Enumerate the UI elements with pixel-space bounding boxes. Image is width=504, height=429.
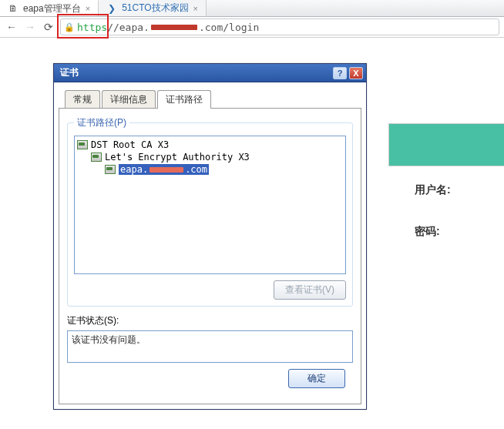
browser-tab-active[interactable]: 🗎 eapa管理平台 × (0, 0, 99, 16)
cert-tree[interactable]: DST Root CA X3 Let's Encrypt Authority X… (74, 136, 346, 274)
login-panel: 用户名: 密码: (388, 123, 504, 239)
cert-status-box: 该证书没有问题。 (67, 330, 353, 363)
dialog-title-bar[interactable]: 证书 ? X (54, 64, 366, 82)
page-icon: 🗎 (8, 3, 18, 14)
forward-button[interactable]: → (23, 20, 37, 34)
page-icon: ❯ (106, 3, 117, 14)
dialog-tab-strip: 常规 详细信息 证书路径 (65, 90, 361, 109)
tab-title: eapa管理平台 (23, 2, 81, 15)
url-prefix: //eapa. (107, 22, 150, 33)
address-bar[interactable]: 🔒 https //eapa. .com/login (60, 18, 499, 35)
redacted-host (150, 167, 183, 173)
cert-label-selected: eapa..com (119, 164, 209, 175)
password-label: 密码: (388, 197, 504, 239)
tab-details[interactable]: 详细信息 (102, 90, 156, 109)
tab-general[interactable]: 常规 (65, 90, 100, 109)
tab-title: 51CTO技术家园 (122, 2, 188, 15)
cert-status-label: 证书状态(S): (67, 314, 353, 327)
browser-tab-bar: 🗎 eapa管理平台 × ❯ 51CTO技术家园 × (0, 0, 504, 17)
username-label: 用户名: (388, 166, 504, 197)
cert-icon (77, 140, 88, 149)
certificate-dialog: 证书 ? X 常规 详细信息 证书路径 证书路径(P) DST Root CA … (53, 63, 367, 410)
cert-label: Let's Encrypt Authority X3 (105, 152, 250, 163)
cert-icon (91, 152, 102, 162)
cert-icon (105, 165, 116, 174)
close-button[interactable]: X (349, 67, 363, 79)
back-button[interactable]: ← (5, 20, 18, 34)
browser-tab[interactable]: ❯ 51CTO技术家园 × (99, 0, 207, 16)
reload-button[interactable]: ⟳ (42, 20, 55, 34)
url-scheme: https (77, 22, 107, 33)
cert-label: DST Root CA X3 (91, 139, 169, 150)
url-redacted (151, 25, 197, 30)
cert-status-text: 该证书没有问题。 (72, 334, 146, 345)
cert-node-leaf[interactable]: eapa..com (105, 163, 343, 176)
cert-node-intermediate[interactable]: Let's Encrypt Authority X3 (91, 151, 343, 163)
browser-nav-bar: ← → ⟳ 🔒 https //eapa. .com/login (0, 17, 504, 38)
cert-path-group: 证书路径(P) DST Root CA X3 Let's Encrypt Aut… (67, 116, 353, 307)
tab-content: 证书路径(P) DST Root CA X3 Let's Encrypt Aut… (59, 108, 361, 404)
ok-button[interactable]: 确定 (288, 369, 345, 388)
tab-cert-path[interactable]: 证书路径 (157, 90, 211, 109)
view-cert-button[interactable]: 查看证书(V) (274, 280, 346, 300)
dialog-title: 证书 (60, 66, 79, 79)
cert-node-root[interactable]: DST Root CA X3 (77, 139, 343, 151)
help-button[interactable]: ? (333, 67, 347, 79)
cert-path-legend: 证书路径(P) (74, 116, 129, 129)
lock-icon: 🔒 (64, 22, 75, 32)
close-icon[interactable]: × (193, 4, 198, 13)
close-icon[interactable]: × (86, 4, 90, 13)
login-header-bar (388, 123, 504, 166)
url-suffix: .com/login (199, 22, 259, 33)
